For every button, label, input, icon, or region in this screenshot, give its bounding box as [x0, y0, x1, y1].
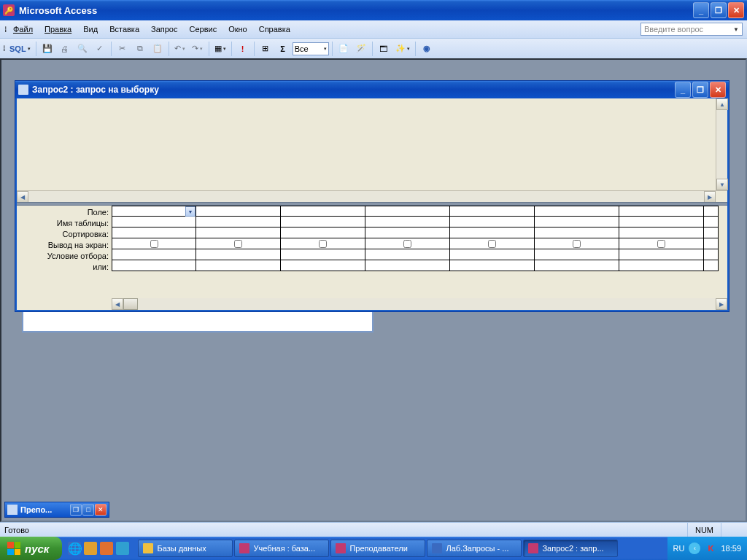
table-cell[interactable] [535, 217, 619, 227]
show-cell[interactable] [365, 238, 450, 249]
show-table-icon[interactable]: ⊞ [258, 41, 274, 57]
scroll-right-icon[interactable]: ▶ [716, 298, 727, 310]
child-minimize-button[interactable]: _ [675, 82, 691, 98]
help-question-input[interactable]: Введите вопрос ▼ [640, 23, 743, 36]
save-icon[interactable]: 💾 [39, 41, 55, 57]
scroll-right-icon[interactable]: ▶ [704, 191, 716, 203]
taskbar-item[interactable]: Базы данных [138, 540, 233, 557]
scroll-left-icon[interactable]: ◀ [112, 298, 123, 310]
design-grid[interactable]: ▼ [112, 206, 719, 298]
or-cell[interactable] [112, 260, 196, 271]
cut-icon[interactable]: ✂ [115, 41, 131, 57]
table-cell[interactable] [281, 217, 365, 227]
child-titlebar[interactable]: Запрос2 : запрос на выборку _ ❐ ✕ [15, 81, 729, 98]
show-checkbox[interactable] [150, 240, 158, 248]
criteria-cell[interactable] [619, 249, 704, 260]
ql-desktop-icon[interactable] [84, 542, 97, 555]
sort-cell[interactable] [450, 228, 535, 238]
field-cell[interactable]: ▼ [112, 206, 196, 216]
field-cell[interactable] [704, 206, 719, 216]
show-cell[interactable] [450, 238, 535, 249]
scroll-left-icon[interactable]: ◀ [17, 191, 28, 203]
menu-help[interactable]: Справка [253, 23, 296, 36]
show-checkbox[interactable] [319, 240, 327, 248]
or-cell[interactable] [450, 260, 535, 271]
scroll-thumb[interactable] [123, 298, 138, 310]
or-cell[interactable] [535, 260, 619, 271]
criteria-cell[interactable] [535, 249, 619, 260]
help-icon[interactable]: ◉ [419, 41, 435, 57]
menu-query[interactable]: Запрос [145, 23, 183, 36]
tables-area[interactable] [17, 98, 716, 190]
or-cell[interactable] [704, 260, 719, 271]
totals-icon[interactable]: Σ [275, 41, 291, 57]
ql-firefox-icon[interactable] [100, 542, 113, 555]
menu-tools[interactable]: Сервис [183, 23, 222, 36]
menu-file[interactable]: Файл [7, 23, 39, 36]
minimized-child-window[interactable]: Препо... ❐ □ ✕ [4, 502, 109, 518]
start-button[interactable]: пуск [0, 537, 62, 560]
show-checkbox[interactable] [573, 240, 581, 248]
show-checkbox[interactable] [403, 240, 411, 248]
show-checkbox[interactable] [657, 240, 665, 248]
child-close-button[interactable]: ✕ [710, 82, 726, 98]
query-type-icon[interactable]: ▦▾ [212, 41, 228, 57]
criteria-cell[interactable] [450, 249, 535, 260]
table-cell[interactable] [450, 217, 535, 227]
sort-cell[interactable] [112, 228, 196, 238]
show-cell[interactable] [619, 238, 704, 249]
taskbar-item[interactable]: Запрос2 : запр... [523, 540, 618, 557]
maximize-button[interactable]: □ [82, 504, 94, 516]
sort-cell[interactable] [196, 228, 281, 238]
build-icon[interactable]: 🪄 [353, 41, 369, 57]
restore-button[interactable]: ❐ [70, 504, 82, 516]
tray-chevron-icon[interactable]: ‹ [689, 542, 700, 554]
show-cell[interactable] [704, 238, 719, 249]
sort-cell[interactable] [365, 228, 450, 238]
field-cell[interactable] [196, 206, 281, 216]
or-cell[interactable] [365, 260, 450, 271]
taskbar-item[interactable]: Учебная : база... [234, 540, 329, 557]
show-cell[interactable] [112, 238, 196, 249]
criteria-cell[interactable] [112, 249, 196, 260]
minimize-button[interactable]: _ [693, 2, 709, 18]
table-cell[interactable] [196, 217, 281, 227]
spell-check-icon[interactable]: ✓ [92, 41, 108, 57]
criteria-cell[interactable] [365, 249, 450, 260]
show-cell[interactable] [535, 238, 619, 249]
properties-icon[interactable]: 📄 [336, 41, 352, 57]
field-cell[interactable] [281, 206, 365, 216]
menu-view[interactable]: Вид [77, 23, 104, 36]
show-cell[interactable] [196, 238, 281, 249]
tables-hscrollbar[interactable]: ◀ ▶ [17, 190, 727, 202]
table-cell[interactable] [704, 217, 719, 227]
field-cell[interactable] [535, 206, 619, 216]
copy-icon[interactable]: ⧉ [132, 41, 148, 57]
or-cell[interactable] [619, 260, 704, 271]
top-values-combo[interactable]: Все▾ [293, 42, 329, 55]
show-cell[interactable] [281, 238, 365, 249]
or-cell[interactable] [196, 260, 281, 271]
redo-icon[interactable]: ↷▾ [190, 41, 206, 57]
print-preview-icon[interactable]: 🔍 [74, 41, 90, 57]
field-cell[interactable] [365, 206, 450, 216]
criteria-cell[interactable] [281, 249, 365, 260]
menu-insert[interactable]: Вставка [104, 23, 145, 36]
tables-vscrollbar[interactable]: ▲ ▼ [716, 98, 727, 190]
table-cell[interactable] [112, 217, 196, 227]
field-cell[interactable] [619, 206, 704, 216]
show-checkbox[interactable] [488, 240, 496, 248]
criteria-cell[interactable] [704, 249, 719, 260]
db-window-icon[interactable]: 🗔 [376, 41, 392, 57]
print-icon[interactable]: 🖨 [57, 41, 73, 57]
menu-window[interactable]: Окно [222, 23, 253, 36]
grid-vscrollbar[interactable] [719, 206, 727, 298]
taskbar-item[interactable]: Лаб.Запросы - ... [427, 540, 522, 557]
table-cell[interactable] [619, 217, 704, 227]
criteria-cell[interactable] [196, 249, 281, 260]
clock[interactable]: 18:59 [721, 544, 741, 553]
run-icon[interactable]: ! [235, 41, 251, 57]
menu-edit[interactable]: Правка [39, 23, 77, 36]
dropdown-icon[interactable]: ▼ [185, 206, 196, 217]
field-cell[interactable] [450, 206, 535, 216]
